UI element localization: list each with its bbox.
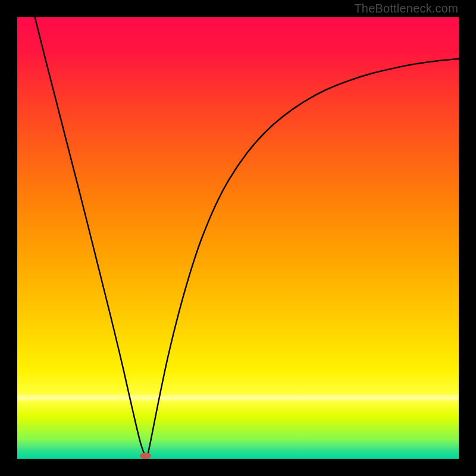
plot-area <box>17 17 459 459</box>
chart-frame: TheBottleneck.com <box>0 0 476 476</box>
optimum-marker <box>140 453 151 459</box>
bottleneck-curve <box>17 17 459 459</box>
attribution-text: TheBottleneck.com <box>354 2 458 15</box>
